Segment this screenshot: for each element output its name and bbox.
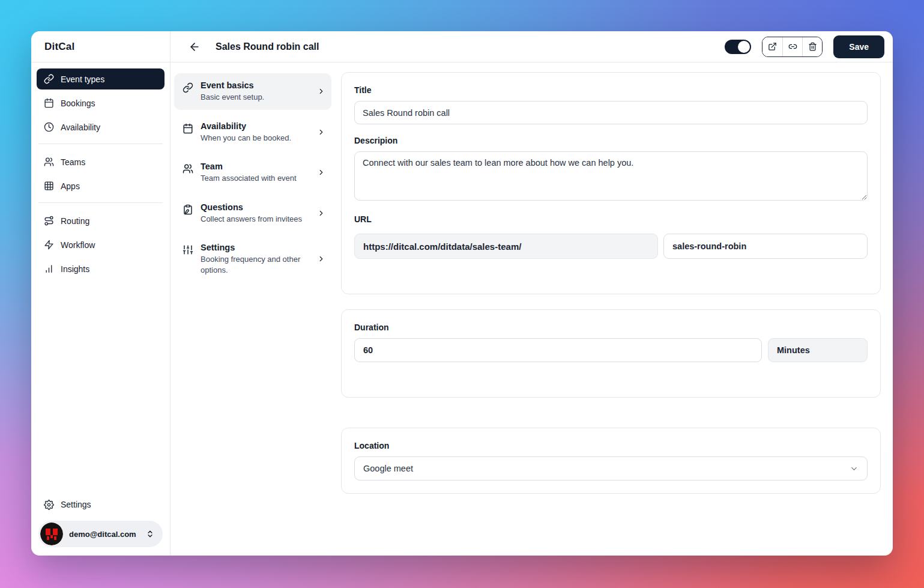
save-button[interactable]: Save xyxy=(833,35,884,58)
sidebar-item-label: Apps xyxy=(61,181,80,191)
subnav-item-title: Questions xyxy=(201,202,310,212)
calendar-icon xyxy=(44,98,54,108)
sidebar-item-label: Teams xyxy=(61,157,85,167)
toggle-knob xyxy=(738,41,750,53)
user-account-menu[interactable]: demo@ditcal.com xyxy=(38,521,163,547)
chevron-down-icon xyxy=(850,464,859,473)
sidebar-nav: Event types Bookings Availability Team xyxy=(31,62,170,488)
description-label: Descripion xyxy=(354,136,868,145)
trash-icon xyxy=(808,42,817,51)
subnav-item-settings[interactable]: Settings Booking frequency and other opt… xyxy=(174,235,331,282)
chevron-right-icon xyxy=(317,209,325,217)
sidebar-item-event-types[interactable]: Event types xyxy=(37,68,165,89)
calendar-icon xyxy=(183,123,193,134)
back-button[interactable] xyxy=(189,41,201,53)
sidebar-item-label: Routing xyxy=(61,216,89,226)
copy-link-button[interactable] xyxy=(782,37,802,56)
duration-input[interactable] xyxy=(354,338,762,362)
url-slug-input[interactable] xyxy=(663,234,868,259)
sliders-icon xyxy=(183,244,193,255)
chevron-right-icon xyxy=(317,87,325,95)
page-title: Sales Round robin call xyxy=(216,41,319,52)
subnav-item-questions[interactable]: Questions Collect answers from invitees xyxy=(174,195,331,232)
description-textarea[interactable]: Connect with our sales team to lean more… xyxy=(354,151,868,201)
title-label: Title xyxy=(354,85,868,95)
bar-chart-icon xyxy=(44,264,54,274)
users-icon xyxy=(183,163,193,174)
event-form: Title Descripion Connect with our sales … xyxy=(331,72,881,556)
subnav-item-title: Event basics xyxy=(201,80,310,90)
clock-icon xyxy=(44,122,54,132)
basics-card: Title Descripion Connect with our sales … xyxy=(341,72,881,294)
event-action-group xyxy=(762,37,823,57)
chevron-right-icon xyxy=(317,255,325,263)
sidebar-item-label: Availability xyxy=(61,123,100,132)
sidebar-divider xyxy=(38,144,163,144)
grid-icon xyxy=(44,181,54,191)
link-icon xyxy=(183,82,193,93)
subnav-item-description: Collect answers from invitees xyxy=(201,214,310,225)
zap-icon xyxy=(44,240,54,250)
duration-label: Duration xyxy=(354,323,868,332)
title-input[interactable] xyxy=(354,101,868,124)
preview-button[interactable] xyxy=(762,37,782,56)
delete-button[interactable] xyxy=(802,37,822,56)
subnav-item-description: Booking frequency and other options. xyxy=(201,254,310,275)
sidebar-item-routing[interactable]: Routing xyxy=(37,210,165,231)
topbar: Sales Round robin call xyxy=(171,31,893,62)
duration-card: Duration Minutes xyxy=(341,309,881,398)
sidebar-item-label: Event types xyxy=(61,74,104,84)
sidebar-item-label: Workflow xyxy=(61,240,95,250)
url-row: https://ditcal.com/ditdata/sales-team/ xyxy=(354,234,868,259)
subnav-item-title: Availability xyxy=(201,121,310,131)
sidebar-item-label: Bookings xyxy=(61,99,95,108)
sidebar-bottom: Settings demo@ditcal.com xyxy=(31,488,170,556)
users-icon xyxy=(44,157,54,167)
link-icon xyxy=(788,42,797,51)
sidebar-item-settings[interactable]: Settings xyxy=(38,494,163,515)
duration-unit: Minutes xyxy=(768,338,868,362)
subnav-item-event-basics[interactable]: Event basics Basic event setup. xyxy=(174,73,331,110)
subnav-item-availability[interactable]: Availability When you can be booked. xyxy=(174,114,331,151)
sidebar-item-availability[interactable]: Availability xyxy=(37,117,165,138)
avatar xyxy=(40,523,63,545)
clipboard-pen-icon xyxy=(183,204,193,215)
sidebar-item-label: Insights xyxy=(61,264,89,274)
app-window: DitCal Event types Bookings Availability xyxy=(31,31,893,556)
location-selected-value: Google meet xyxy=(363,464,413,473)
app-logo: DitCal xyxy=(31,31,170,62)
sidebar-item-insights[interactable]: Insights xyxy=(37,258,165,279)
topbar-actions: Save xyxy=(725,35,884,58)
event-subnav: Event basics Basic event setup. Availabi… xyxy=(174,72,331,556)
route-icon xyxy=(44,216,54,226)
user-email: demo@ditcal.com xyxy=(69,530,140,539)
subnav-item-team[interactable]: Team Team associated with event xyxy=(174,154,331,191)
link-icon xyxy=(44,74,54,84)
url-base: https://ditcal.com/ditdata/sales-team/ xyxy=(354,234,658,259)
sidebar-item-apps[interactable]: Apps xyxy=(37,175,165,196)
external-link-icon xyxy=(768,42,777,51)
chevron-right-icon xyxy=(317,128,325,136)
content-area: Event basics Basic event setup. Availabi… xyxy=(171,62,893,556)
location-card: Location Google meet xyxy=(341,428,881,494)
sidebar: DitCal Event types Bookings Availability xyxy=(31,31,171,556)
sidebar-item-bookings[interactable]: Bookings xyxy=(37,92,165,114)
location-select[interactable]: Google meet xyxy=(354,456,868,480)
event-enabled-toggle[interactable] xyxy=(725,40,751,54)
url-label: URL xyxy=(354,214,868,224)
duration-row: Minutes xyxy=(354,338,868,362)
subnav-item-description: Team associated with event xyxy=(201,173,310,184)
subnav-item-description: When you can be booked. xyxy=(201,133,310,144)
main-panel: Sales Round robin call xyxy=(171,31,893,556)
subnav-item-description: Basic event setup. xyxy=(201,92,310,103)
sidebar-divider xyxy=(38,202,163,203)
chevron-right-icon xyxy=(317,168,325,177)
subnav-item-title: Settings xyxy=(201,243,310,252)
gear-icon xyxy=(44,500,54,510)
sidebar-item-workflow[interactable]: Workflow xyxy=(37,234,165,255)
sidebar-item-label: Settings xyxy=(61,500,91,509)
location-label: Location xyxy=(354,441,868,450)
chevrons-up-down-icon xyxy=(146,530,154,538)
sidebar-item-teams[interactable]: Teams xyxy=(37,151,165,172)
subnav-item-title: Team xyxy=(201,162,310,171)
